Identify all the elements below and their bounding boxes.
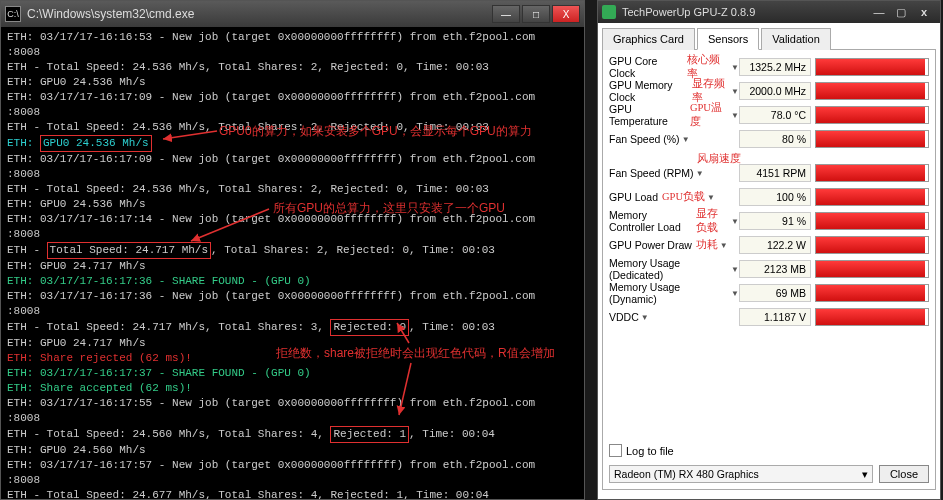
chevron-down-icon[interactable]: ▼ — [731, 87, 739, 96]
sensor-sparkline — [815, 130, 929, 148]
cmd-titlebar[interactable]: C:\ C:\Windows\system32\cmd.exe — □ X — [1, 1, 584, 27]
sensors-panel: GPU Core Clock核心频率▼1325.2 MHzGPU Memory … — [602, 50, 936, 490]
sensor-value: 122.2 W — [739, 236, 811, 254]
log-to-file-row: Log to file — [609, 444, 674, 457]
cmd-output: GPU0的算力，如果安装多个GPU，会显示每个GPU的算力 所有GPU的总算力，… — [1, 27, 584, 499]
sensor-row: Memory Usage (Dynamic)▼69 MB — [609, 282, 929, 304]
cmd-line: ETH - Total Speed: 24.560 Mh/s, Total Sh… — [7, 426, 578, 443]
chevron-down-icon[interactable]: ▼ — [707, 193, 715, 202]
cmd-line: ETH - Total Speed: 24.717 Mh/s, Total Sh… — [7, 319, 578, 336]
gpuz-minimize-button[interactable]: — — [868, 6, 890, 18]
cmd-line: ETH: GPU0 24.717 Mh/s — [7, 259, 578, 274]
sensor-value: 78.0 °C — [739, 106, 811, 124]
cmd-line: ETH: GPU0 24.560 Mh/s — [7, 443, 578, 458]
cmd-line: ETH: 03/17/17-16:17:55 - New job (target… — [7, 396, 578, 411]
sensor-label[interactable]: GPU TemperatureGPU温度▼ — [609, 101, 739, 129]
sensor-label[interactable]: GPU LoadGPU负载▼ — [609, 190, 739, 204]
sensor-sparkline — [815, 308, 929, 326]
chevron-down-icon[interactable]: ▼ — [720, 241, 728, 250]
sensor-row: GPU Power Draw功耗▼122.2 W — [609, 234, 929, 256]
sensor-value: 69 MB — [739, 284, 811, 302]
chevron-down-icon[interactable]: ▼ — [731, 111, 739, 120]
sensor-row: Fan Speed (RPM)▼4151 RPM — [609, 162, 929, 184]
gpu-select[interactable]: Radeon (TM) RX 480 Graphics ▾ — [609, 465, 873, 483]
sensor-value: 1325.2 MHz — [739, 58, 811, 76]
sensor-label[interactable]: VDDC▼ — [609, 311, 739, 323]
chevron-down-icon[interactable]: ▼ — [731, 217, 739, 226]
cmd-line: :8008 — [7, 105, 578, 120]
cmd-line: ETH: 03/17/17-16:17:36 - New job (target… — [7, 289, 578, 304]
cmd-title: C:\Windows\system32\cmd.exe — [27, 7, 490, 21]
gpuz-close-button[interactable]: x — [912, 6, 936, 18]
sensor-value: 1.1187 V — [739, 308, 811, 326]
sensor-value: 80 % — [739, 130, 811, 148]
sensor-label[interactable]: Memory Controller Load显存负载▼ — [609, 207, 739, 235]
sensor-label[interactable]: Fan Speed (%)▼ — [609, 133, 739, 145]
cmd-line: :8008 — [7, 167, 578, 182]
sensor-value: 91 % — [739, 212, 811, 230]
sensor-sparkline — [815, 236, 929, 254]
annotation-rejected: 拒绝数，share被拒绝时会出现红色代码，R值会增加 — [276, 346, 555, 361]
gpuz-window: TechPowerUp GPU-Z 0.8.9 — ▢ x Graphics C… — [597, 0, 941, 500]
sensor-row: GPU LoadGPU负载▼100 % — [609, 186, 929, 208]
gpu-select-value: Radeon (TM) RX 480 Graphics — [614, 468, 759, 480]
chevron-down-icon[interactable]: ▼ — [682, 135, 690, 144]
annotation-gpu0: GPU0的算力，如果安装多个GPU，会显示每个GPU的算力 — [219, 124, 532, 139]
sensor-row: Memory Usage (Dedicated)▼2123 MB — [609, 258, 929, 280]
sensor-value: 2123 MB — [739, 260, 811, 278]
tab-validation[interactable]: Validation — [761, 28, 831, 50]
gpuz-title: TechPowerUp GPU-Z 0.8.9 — [622, 6, 868, 18]
close-button[interactable]: X — [552, 5, 580, 23]
sensor-sparkline — [815, 260, 929, 278]
sensor-row: GPU Memory Clock显存频率▼2000.0 MHz — [609, 80, 929, 102]
sensor-label[interactable]: Memory Usage (Dedicated)▼ — [609, 257, 739, 281]
sensor-sparkline — [815, 82, 929, 100]
cmd-line: ETH - Total Speed: 24.717 Mh/s, Total Sh… — [7, 242, 578, 259]
cmd-line: :8008 — [7, 411, 578, 426]
log-to-file-label: Log to file — [626, 445, 674, 457]
cmd-line: ETH: 03/17/17-16:17:09 - New job (target… — [7, 152, 578, 167]
sensor-sparkline — [815, 212, 929, 230]
cmd-line: :8008 — [7, 45, 578, 60]
minimize-button[interactable]: — — [492, 5, 520, 23]
cmd-line: ETH - Total Speed: 24.536 Mh/s, Total Sh… — [7, 60, 578, 75]
gpuz-maximize-button[interactable]: ▢ — [890, 6, 912, 19]
cmd-line: :8008 — [7, 473, 578, 488]
cmd-line: :8008 — [7, 304, 578, 319]
sensor-sparkline — [815, 58, 929, 76]
chevron-down-icon[interactable]: ▼ — [641, 313, 649, 322]
sensor-value: 100 % — [739, 188, 811, 206]
gpuz-panel-close-button[interactable]: Close — [879, 465, 929, 483]
gpuz-tabs: Graphics Card Sensors Validation — [602, 27, 936, 50]
tab-graphics-card[interactable]: Graphics Card — [602, 28, 695, 50]
chevron-down-icon[interactable]: ▼ — [731, 63, 739, 72]
cmd-line: ETH - Total Speed: 24.536 Mh/s, Total Sh… — [7, 182, 578, 197]
chevron-down-icon[interactable]: ▼ — [696, 169, 704, 178]
sensor-sparkline — [815, 284, 929, 302]
log-to-file-checkbox[interactable] — [609, 444, 622, 457]
cmd-line: :8008 — [7, 227, 578, 242]
tab-sensors[interactable]: Sensors — [697, 28, 759, 50]
sensor-label[interactable]: GPU Power Draw功耗▼ — [609, 238, 739, 252]
sensor-row: VDDC▼1.1187 V — [609, 306, 929, 328]
cmd-line: ETH: Share accepted (62 ms)! — [7, 381, 578, 396]
cmd-line: ETH: 03/17/17-16:17:37 - SHARE FOUND - (… — [7, 366, 578, 381]
chevron-down-icon[interactable]: ▼ — [731, 289, 739, 298]
cmd-line: ETH: 03/17/17-16:17:57 - New job (target… — [7, 458, 578, 473]
sensor-row: Memory Controller Load显存负载▼91 % — [609, 210, 929, 232]
sensor-sparkline — [815, 188, 929, 206]
cmd-line: ETH: GPU0 24.536 Mh/s — [7, 75, 578, 90]
gpuz-body: Graphics Card Sensors Validation GPU Cor… — [598, 23, 940, 499]
sensor-label[interactable]: Memory Usage (Dynamic)▼ — [609, 281, 739, 305]
chevron-down-icon: ▾ — [862, 468, 868, 480]
maximize-button[interactable]: □ — [522, 5, 550, 23]
cmd-line: ETH: 03/17/17-16:17:09 - New job (target… — [7, 90, 578, 105]
sensor-row: GPU TemperatureGPU温度▼78.0 °C — [609, 104, 929, 126]
sensor-label[interactable]: Fan Speed (RPM)▼ — [609, 167, 739, 179]
sensor-sparkline — [815, 106, 929, 124]
sensor-sparkline — [815, 164, 929, 182]
sensor-row: GPU Core Clock核心频率▼1325.2 MHz — [609, 56, 929, 78]
chevron-down-icon[interactable]: ▼ — [731, 265, 739, 274]
gpuz-icon — [602, 5, 616, 19]
gpuz-titlebar[interactable]: TechPowerUp GPU-Z 0.8.9 — ▢ x — [598, 1, 940, 23]
